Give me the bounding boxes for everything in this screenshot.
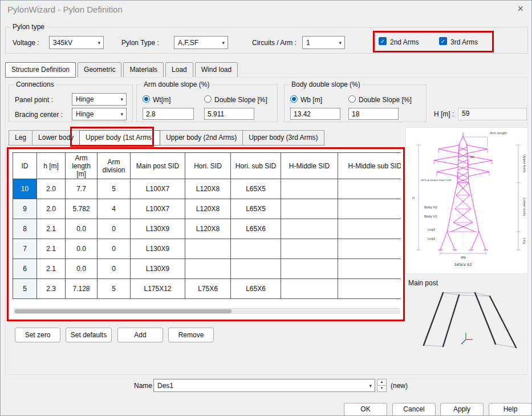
table-cell[interactable]: L100X7 [131, 199, 185, 219]
cancel-button[interactable]: Cancel [392, 403, 436, 416]
table-cell[interactable]: 2.1 [37, 239, 66, 259]
table-cell[interactable]: 4 [98, 199, 131, 219]
tab-wind-load[interactable]: Wind load [195, 62, 238, 78]
scrollbar-thumb[interactable] [15, 309, 232, 313]
name-select[interactable]: Des1 ▾ [153, 379, 375, 392]
arm-double-slope-input[interactable] [204, 108, 254, 120]
body-double-slope-radio[interactable] [348, 95, 356, 103]
table-horizontal-scrollbar[interactable] [14, 308, 400, 314]
column-header[interactable]: Arm length [m] [66, 153, 98, 179]
table-cell[interactable]: L130X9 [131, 259, 185, 279]
column-header[interactable]: ID [13, 153, 37, 179]
table-cell[interactable] [231, 239, 281, 259]
tab-leg[interactable]: Leg [9, 130, 33, 146]
table-cell[interactable] [281, 179, 338, 199]
set-defaults-button[interactable]: Set defaults [66, 328, 112, 342]
table-cell[interactable] [338, 279, 401, 299]
table-cell[interactable]: 0.0 [66, 259, 98, 279]
body-double-slope-input[interactable] [348, 108, 399, 120]
apply-button[interactable]: Apply [440, 403, 484, 416]
column-header[interactable]: Hori. SID [185, 153, 231, 179]
column-header[interactable]: Hori. sub SID [231, 153, 281, 179]
table-cell[interactable]: 0 [98, 259, 131, 279]
voltage-select[interactable]: 345kV ▾ [49, 36, 104, 49]
tab-lower-body[interactable]: Lower body [32, 130, 80, 146]
column-header[interactable]: Main post SID [131, 153, 185, 179]
table-cell[interactable] [185, 259, 231, 279]
tab-load[interactable]: Load [165, 62, 193, 78]
table-cell[interactable]: L65X6 [231, 279, 281, 299]
table-cell[interactable] [338, 199, 401, 219]
table-cell[interactable]: L65X5 [231, 179, 281, 199]
help-button[interactable]: Help [489, 403, 532, 416]
table-cell[interactable] [281, 239, 338, 259]
table-cell[interactable] [338, 219, 401, 239]
wt-input[interactable] [143, 108, 194, 120]
set-zero-button[interactable]: Set zero [15, 328, 60, 342]
add-button[interactable]: Add [117, 328, 163, 342]
pylon-type-select[interactable]: A,F,SF ▾ [174, 36, 228, 49]
row-header-cell[interactable]: 10 [13, 179, 37, 199]
table-cell[interactable]: L120X8 [185, 219, 231, 239]
panel-point-select[interactable]: Hinge ▾ [72, 93, 127, 106]
table-cell[interactable]: 0 [98, 219, 131, 239]
table-cell[interactable] [231, 259, 281, 279]
table-cell[interactable]: L120X8 [185, 179, 231, 199]
table-cell[interactable]: L75X6 [185, 279, 231, 299]
wb-radio[interactable] [290, 95, 298, 103]
table-cell[interactable]: L120X8 [185, 199, 231, 219]
row-header-cell[interactable]: 5 [13, 279, 37, 299]
table-cell[interactable] [338, 259, 401, 279]
table-cell[interactable] [281, 219, 338, 239]
table-cell[interactable] [281, 199, 338, 219]
table-cell[interactable]: 0 [98, 239, 131, 259]
table-cell[interactable]: 2.0 [37, 199, 66, 219]
table-cell[interactable]: 0.0 [66, 219, 98, 239]
table-cell[interactable]: 0.0 [66, 239, 98, 259]
table-cell[interactable]: 7.128 [66, 279, 98, 299]
table-cell[interactable]: 7.7 [66, 179, 98, 199]
tab-upper-body-3rd-arms[interactable]: Upper body (3rd Arms) [242, 130, 324, 146]
table-cell[interactable] [338, 179, 401, 199]
table-cell[interactable]: L65X5 [231, 199, 281, 219]
table-cell[interactable] [281, 259, 338, 279]
table-cell[interactable]: L175X12 [131, 279, 185, 299]
table-cell[interactable]: L100X7 [131, 179, 185, 199]
remove-button[interactable]: Remove [168, 328, 214, 342]
tab-upper-body-1st-arms[interactable]: Upper body (1st Arms) [79, 130, 160, 146]
row-header-cell[interactable]: 8 [13, 219, 37, 239]
2nd-arms-checkbox[interactable]: ✓ [379, 37, 387, 45]
table-cell[interactable]: 2.3 [37, 279, 66, 299]
arm-double-slope-radio[interactable] [204, 95, 212, 103]
table-cell[interactable]: 5 [98, 179, 131, 199]
ok-button[interactable]: OK [344, 403, 387, 416]
tab-geometric[interactable]: Geometric [78, 62, 121, 78]
column-header[interactable]: Arm division [98, 153, 131, 179]
table-cell[interactable]: L130X9 [131, 239, 185, 259]
table-cell[interactable]: L65X6 [231, 219, 281, 239]
column-header[interactable]: H-Middle SID [281, 153, 338, 179]
column-header[interactable]: H-Middle sub SID [338, 153, 401, 179]
table-cell[interactable] [185, 239, 231, 259]
table-cell[interactable]: 2.1 [37, 259, 66, 279]
wt-radio[interactable] [143, 95, 150, 103]
table-cell[interactable]: 5.782 [66, 199, 98, 219]
3rd-arms-checkbox[interactable]: ✓ [439, 37, 447, 45]
tab-structure-definition[interactable]: Structure Definition [5, 62, 76, 78]
tab-upper-body-2nd-arms[interactable]: Upper body (2nd Arms) [160, 130, 243, 146]
row-header-cell[interactable]: 9 [13, 199, 37, 219]
bracing-center-select[interactable]: Hinge ▾ [72, 108, 127, 120]
table-cell[interactable]: 2.0 [37, 179, 66, 199]
column-header[interactable]: h [m] [37, 153, 66, 179]
row-header-cell[interactable]: 7 [13, 239, 37, 259]
tab-materials[interactable]: Materials [123, 62, 164, 78]
close-icon[interactable]: × [517, 3, 523, 15]
table-cell[interactable] [338, 239, 401, 259]
table-cell[interactable] [281, 279, 338, 299]
table-cell[interactable]: 2.1 [37, 219, 66, 239]
table-cell[interactable]: 5 [98, 279, 131, 299]
row-header-cell[interactable]: 6 [13, 259, 37, 279]
table-cell[interactable]: L130X9 [131, 219, 185, 239]
wb-input[interactable] [290, 108, 340, 120]
spinner-down-button[interactable]: ▼ [377, 385, 387, 392]
